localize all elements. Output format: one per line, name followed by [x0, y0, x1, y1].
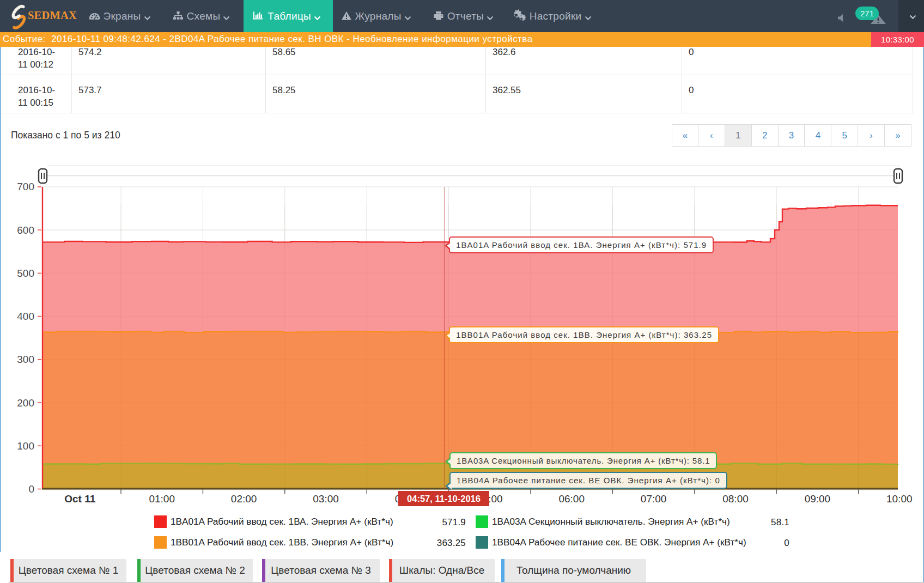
svg-text:Oct 11: Oct 11	[64, 493, 95, 505]
svg-text:07:00: 07:00	[641, 493, 667, 505]
svg-text:100: 100	[17, 440, 34, 452]
svg-text:10:00: 10:00	[886, 493, 913, 505]
svg-text:400: 400	[17, 311, 34, 322]
svg-text:300: 300	[17, 354, 34, 365]
svg-text:03:00: 03:00	[313, 493, 339, 505]
svg-text:08:00: 08:00	[722, 493, 749, 505]
svg-text:700: 700	[17, 181, 34, 192]
svg-text:500: 500	[17, 268, 34, 279]
svg-text:0: 0	[28, 483, 34, 495]
svg-text:200: 200	[17, 397, 34, 409]
svg-text:600: 600	[17, 224, 34, 236]
svg-text:01:00: 01:00	[149, 493, 175, 505]
svg-text:06:00: 06:00	[558, 493, 585, 505]
svg-text:02:00: 02:00	[231, 493, 257, 505]
svg-text:09:00: 09:00	[805, 493, 831, 505]
